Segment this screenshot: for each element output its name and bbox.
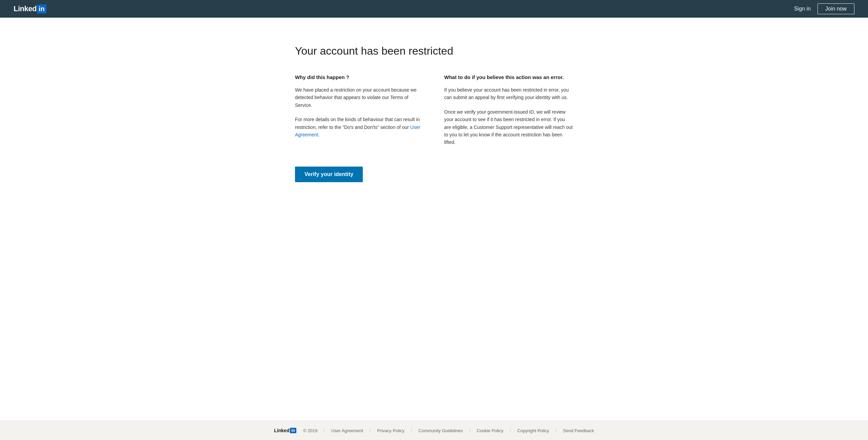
footer-divider-5 bbox=[510, 428, 511, 433]
right-column: What to do if you believe this action wa… bbox=[444, 74, 573, 146]
sign-in-link[interactable]: Sign in bbox=[794, 6, 811, 12]
footer-link-copyright-policy[interactable]: Copyright Policy bbox=[517, 428, 549, 433]
footer-link-user-agreement[interactable]: User Agreement bbox=[331, 428, 363, 433]
footer-divider-3 bbox=[411, 428, 412, 433]
main-content: Your account has been restricted Why did… bbox=[281, 18, 587, 421]
footer-divider-6 bbox=[556, 428, 556, 433]
footer-logo-text: Linked bbox=[274, 428, 289, 433]
footer-link-cookie-policy[interactable]: Cookie Policy bbox=[477, 428, 504, 433]
page-title: Your account has been restricted bbox=[295, 45, 573, 57]
right-paragraph-1: If you believe your account has been res… bbox=[444, 86, 573, 101]
header-nav: Sign in Join now bbox=[794, 3, 854, 14]
left-paragraph-1: We have placed a restriction on your acc… bbox=[295, 86, 424, 109]
verify-identity-button[interactable]: Verify your identity bbox=[295, 167, 363, 182]
footer-logo: Linkedin bbox=[274, 428, 296, 433]
right-paragraph-2: Once we verify your government-issued ID… bbox=[444, 108, 573, 146]
footer-link-community-guidelines[interactable]: Community Guidelines bbox=[418, 428, 463, 433]
linkedin-logo: Linkedin bbox=[14, 4, 46, 14]
footer-divider-2 bbox=[370, 428, 370, 433]
left-column: Why did this happen ? We have placed a r… bbox=[295, 74, 424, 146]
left-heading: Why did this happen ? bbox=[295, 74, 424, 80]
footer-link-privacy-policy[interactable]: Privacy Policy bbox=[377, 428, 405, 433]
logo-text: Linked bbox=[14, 4, 37, 13]
site-footer: Linkedin © 2019 User Agreement Privacy P… bbox=[0, 421, 868, 440]
footer-divider bbox=[324, 428, 324, 433]
footer-divider-4 bbox=[470, 428, 470, 433]
left-paragraph-2-text: For more details on the kinds of behavio… bbox=[295, 117, 420, 130]
footer-link-send-feedback[interactable]: Send Feedback bbox=[563, 428, 594, 433]
left-paragraph-2: For more details on the kinds of behavio… bbox=[295, 116, 424, 138]
footer-copyright: © 2019 bbox=[303, 428, 317, 433]
join-now-button[interactable]: Join now bbox=[817, 3, 854, 14]
logo-in-box: in bbox=[37, 4, 46, 14]
footer-logo-in: in bbox=[290, 428, 296, 433]
site-header: Linkedin Sign in Join now bbox=[0, 0, 868, 18]
right-heading: What to do if you believe this action wa… bbox=[444, 74, 573, 80]
content-grid: Why did this happen ? We have placed a r… bbox=[295, 74, 573, 146]
